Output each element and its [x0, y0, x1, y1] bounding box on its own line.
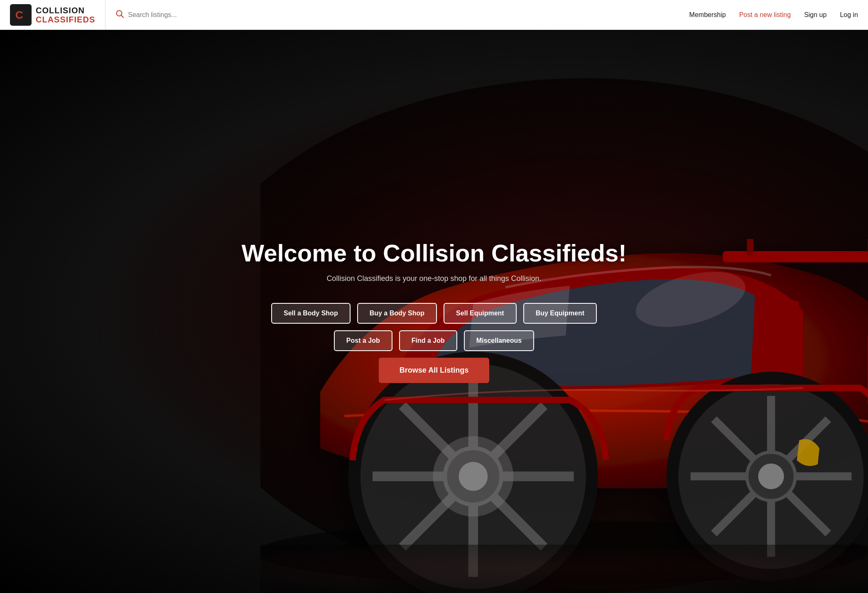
buttons-row-2: Post a Job Find a Job Miscellaneous: [334, 330, 534, 351]
buttons-row-3: Browse All Listings: [379, 358, 489, 383]
buy-equipment-button[interactable]: Buy Equipment: [523, 303, 597, 324]
logo-text: COLLISION CLASSIFIEDS: [36, 6, 95, 24]
logo-area[interactable]: C COLLISION CLASSIFIEDS: [10, 4, 95, 26]
find-job-button[interactable]: Find a Job: [399, 330, 457, 351]
svg-rect-7: [747, 239, 753, 255]
buttons-row-1: Sell a Body Shop Buy a Body Shop Sell Eq…: [271, 303, 597, 324]
hero-subtitle: Collision Classifieds is your one-stop s…: [326, 274, 541, 283]
logo-icon: C: [10, 4, 32, 26]
nav-post-listing[interactable]: Post a new listing: [739, 11, 791, 19]
svg-point-25: [758, 464, 784, 489]
logo-line1: COLLISION: [36, 6, 95, 15]
svg-text:C: C: [15, 9, 23, 21]
search-input[interactable]: [128, 11, 689, 19]
hero-section: Welcome to Collision Classifieds! Collis…: [0, 30, 868, 593]
miscellaneous-button[interactable]: Miscellaneous: [464, 330, 534, 351]
hero-content: Welcome to Collision Classifieds! Collis…: [233, 240, 635, 383]
buy-body-shop-button[interactable]: Buy a Body Shop: [357, 303, 437, 324]
nav-area: Membership Post a new listing Sign up Lo…: [689, 11, 858, 19]
post-job-button[interactable]: Post a Job: [334, 330, 392, 351]
search-icon: [115, 10, 124, 20]
search-area: [105, 0, 689, 29]
browse-all-listings-button[interactable]: Browse All Listings: [379, 358, 489, 383]
nav-signup[interactable]: Sign up: [804, 11, 826, 19]
logo-line2: CLASSIFIEDS: [36, 15, 95, 24]
nav-login[interactable]: Log in: [840, 11, 858, 19]
svg-rect-27: [260, 545, 868, 593]
nav-membership[interactable]: Membership: [689, 11, 726, 19]
svg-line-3: [121, 15, 123, 17]
hero-title: Welcome to Collision Classifieds!: [241, 240, 626, 266]
sell-body-shop-button[interactable]: Sell a Body Shop: [271, 303, 351, 324]
header: C COLLISION CLASSIFIEDS Membership Post …: [0, 0, 868, 30]
sell-equipment-button[interactable]: Sell Equipment: [444, 303, 517, 324]
svg-rect-6: [723, 251, 868, 262]
svg-point-17: [433, 436, 513, 517]
